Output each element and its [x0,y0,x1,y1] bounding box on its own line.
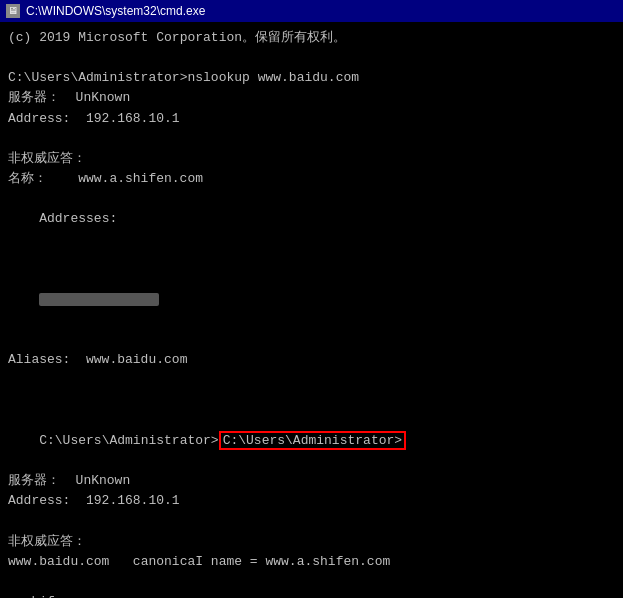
cmd2-line: C:\Users\Administrator>C:\Users\Administ… [8,411,615,471]
blank-line-5 [8,391,615,411]
cmd-icon: 🖥 [6,4,20,18]
blank-line-7 [8,572,615,592]
blurred-ip [39,293,159,306]
copyright-line: (c) 2019 Microsoft Corporation。保留所有权利。 [8,28,615,48]
blurred-line [8,250,615,331]
cmd1-line: C:\Users\Administrator>nslookup www.baid… [8,68,615,88]
name-line: 名称： www.a.shifen.com [8,169,615,189]
title-bar-text: C:\WINDOWS\system32\cmd.exe [26,4,205,18]
blank-line-3 [8,330,615,350]
address1-line: Address: 192.168.10.1 [8,109,615,129]
cmd2-prompt: C:\Users\Administrator> [39,433,218,448]
aliases-line: Aliases: www.baidu.com [8,350,615,370]
title-bar: 🖥 C:\WINDOWS\system32\cmd.exe [0,0,623,22]
blank-line-2 [8,129,615,149]
ashifen-line: a.shifen.com [8,592,615,598]
address2-line: Address: 192.168.10.1 [8,491,615,511]
non-auth-line: 非权威应答： [8,149,615,169]
server1-line: 服务器： UnKnown [8,88,615,108]
blank-line-6 [8,511,615,531]
blank-line-4 [8,370,615,390]
blank-line-1 [8,48,615,68]
canonical-line: www.baidu.com canonicaI name = www.a.shi… [8,552,615,572]
terminal-body: (c) 2019 Microsoft Corporation。保留所有权利。 C… [0,22,623,598]
addresses-line: Addresses: [8,189,615,249]
server2-line: 服务器： UnKnown [8,471,615,491]
addresses-label: Addresses: [39,211,117,226]
non-auth2-line: 非权威应答： [8,532,615,552]
highlighted-command: C:\Users\Administrator> [219,431,406,450]
